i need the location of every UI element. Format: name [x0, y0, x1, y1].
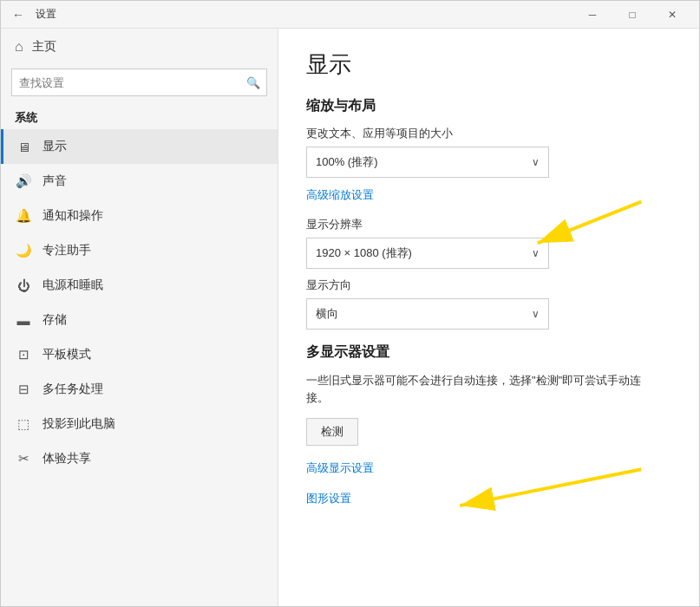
resolution-value: 1920 × 1080 (推荐)	[316, 245, 412, 261]
sidebar-search-container: 🔍	[11, 69, 267, 96]
sidebar-label-storage: 存储	[43, 312, 67, 328]
sidebar-item-shared[interactable]: ✂ 体验共享	[1, 441, 278, 476]
detect-button[interactable]: 检测	[306, 418, 358, 446]
search-icon: 🔍	[246, 76, 260, 89]
project-icon: ⬚	[15, 415, 32, 433]
sidebar-item-display[interactable]: 🖥 显示	[1, 129, 278, 164]
tablet-icon: ⊡	[15, 346, 32, 363]
power-icon: ⏻	[15, 277, 32, 294]
scale-dropdown-container: 100% (推荐) ∨	[306, 147, 671, 178]
resolution-dropdown-container: 1920 × 1080 (推荐) ∨	[306, 238, 671, 269]
sidebar-label-focus: 专注助手	[43, 243, 91, 258]
scale-dropdown[interactable]: 100% (推荐) ∨	[306, 147, 549, 178]
orientation-dropdown-arrow: ∨	[532, 308, 540, 320]
storage-icon: ▬	[15, 311, 32, 329]
sidebar-item-storage[interactable]: ▬ 存储	[1, 303, 278, 337]
window-title: 设置	[36, 7, 572, 22]
main-area: ⌂ 主页 🔍 系统 🖥 显示 🔊 声音 🔔 通知和操作	[1, 29, 699, 606]
scale-label: 更改文本、应用等项目的大小	[306, 126, 671, 141]
search-input[interactable]	[11, 69, 267, 96]
back-button[interactable]: ←	[8, 4, 29, 25]
home-icon: ⌂	[15, 39, 23, 55]
sidebar-label-project: 投影到此电脑	[43, 416, 115, 432]
display-icon: 🖥	[15, 138, 32, 155]
sidebar-home[interactable]: ⌂ 主页	[1, 29, 278, 65]
shared-icon: ✂	[15, 450, 32, 467]
resolution-dropdown[interactable]: 1920 × 1080 (推荐) ∨	[306, 238, 549, 269]
home-label: 主页	[32, 39, 56, 55]
sidebar-label-power: 电源和睡眠	[43, 277, 103, 293]
sidebar-item-tablet[interactable]: ⊡ 平板模式	[1, 337, 278, 372]
sidebar-label-shared: 体验共享	[43, 451, 91, 467]
maximize-button[interactable]: □	[612, 1, 652, 29]
sidebar-item-project[interactable]: ⬚ 投影到此电脑	[1, 407, 278, 441]
advanced-display-link[interactable]: 高级显示设置	[306, 460, 374, 476]
orientation-value: 横向	[316, 306, 338, 322]
orientation-dropdown[interactable]: 横向 ∨	[306, 298, 549, 330]
sidebar-label-multitask: 多任务处理	[43, 382, 103, 397]
sidebar-item-multitask[interactable]: ⊟ 多任务处理	[1, 372, 278, 407]
sidebar-section-header: 系统	[1, 103, 278, 129]
sidebar-label-display: 显示	[43, 139, 67, 154]
sidebar-item-notifications[interactable]: 🔔 通知和操作	[1, 199, 278, 233]
page-title: 显示	[306, 49, 671, 80]
content-wrapper: 显示 缩放与布局 更改文本、应用等项目的大小 100% (推荐) ∨ 高级缩放设…	[278, 29, 699, 606]
title-bar: ← 设置 ─ □ ✕	[1, 1, 699, 29]
sound-icon: 🔊	[15, 173, 32, 190]
scale-dropdown-arrow: ∨	[532, 156, 540, 168]
multi-display-desc: 一些旧式显示器可能不会进行自动连接，选择"检测"即可尝试手动连接。	[306, 372, 653, 406]
sidebar: ⌂ 主页 🔍 系统 🖥 显示 🔊 声音 🔔 通知和操作	[1, 29, 278, 606]
resolution-label: 显示分辨率	[306, 217, 671, 232]
sidebar-item-power[interactable]: ⏻ 电源和睡眠	[1, 268, 278, 303]
section-scale-title: 缩放与布局	[306, 97, 671, 115]
sidebar-item-focus[interactable]: 🌙 专注助手	[1, 233, 278, 268]
section-multi-display-title: 多显示器设置	[306, 343, 671, 362]
resolution-dropdown-arrow: ∨	[532, 247, 540, 259]
sidebar-label-notifications: 通知和操作	[43, 208, 103, 224]
orientation-dropdown-container: 横向 ∨	[306, 298, 671, 330]
multitask-icon: ⊟	[15, 381, 32, 398]
settings-window: ← 设置 ─ □ ✕ ⌂ 主页 🔍 系统 🖥	[0, 0, 700, 607]
content-area: 显示 缩放与布局 更改文本、应用等项目的大小 100% (推荐) ∨ 高级缩放设…	[278, 29, 699, 541]
orientation-label: 显示方向	[306, 277, 671, 293]
close-button[interactable]: ✕	[652, 1, 692, 29]
sidebar-label-tablet: 平板模式	[43, 347, 91, 362]
notifications-icon: 🔔	[15, 207, 32, 225]
graphics-link[interactable]: 图形设置	[306, 491, 351, 506]
sidebar-label-sound: 声音	[43, 173, 67, 189]
focus-icon: 🌙	[15, 242, 32, 259]
scale-value: 100% (推荐)	[316, 154, 378, 170]
window-controls: ─ □ ✕	[572, 1, 692, 29]
advanced-scale-link[interactable]: 高级缩放设置	[306, 187, 374, 203]
sidebar-item-sound[interactable]: 🔊 声音	[1, 164, 278, 199]
minimize-button[interactable]: ─	[572, 1, 612, 29]
